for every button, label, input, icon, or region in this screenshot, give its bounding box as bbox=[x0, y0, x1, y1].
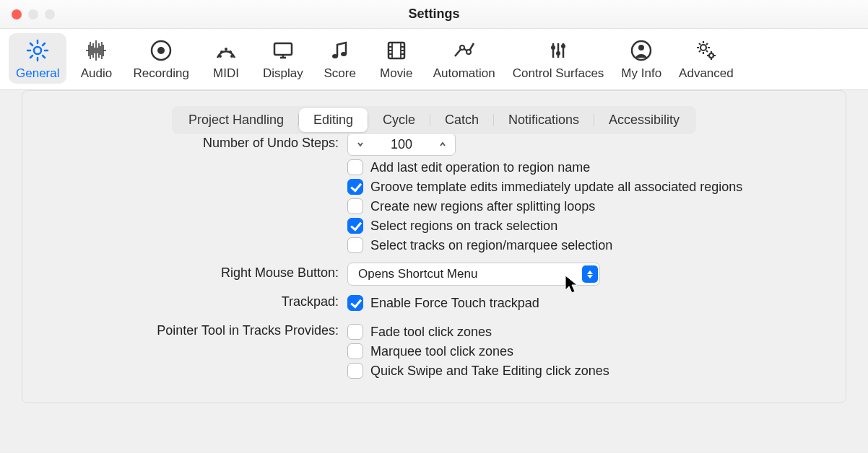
gears-icon bbox=[693, 36, 719, 65]
gear-icon bbox=[25, 36, 51, 65]
tab-label: MIDI bbox=[213, 66, 239, 81]
svg-point-6 bbox=[230, 55, 233, 58]
pointer-checkbox-0[interactable] bbox=[347, 324, 363, 340]
svg-point-5 bbox=[219, 55, 222, 58]
tab-label: General bbox=[16, 66, 59, 81]
tab-my-info[interactable]: My Info bbox=[614, 33, 669, 84]
svg-point-18 bbox=[638, 45, 644, 50]
undo-steps-label: Number of Undo Steps: bbox=[51, 133, 347, 151]
subtab-cycle[interactable]: Cycle bbox=[368, 108, 430, 132]
svg-point-3 bbox=[220, 50, 223, 53]
pointer-tool-label: Pointer Tool in Tracks Provides: bbox=[51, 320, 347, 338]
editing-checkbox-label-0: Add last edit operation to region name bbox=[370, 160, 590, 175]
subtab-catch[interactable]: Catch bbox=[430, 108, 493, 132]
tab-general[interactable]: General bbox=[9, 33, 66, 84]
svg-point-0 bbox=[34, 47, 41, 54]
svg-point-9 bbox=[332, 54, 338, 58]
tab-label: Automation bbox=[433, 66, 495, 81]
tab-automation[interactable]: Automation bbox=[426, 33, 503, 84]
svg-point-13 bbox=[466, 50, 471, 54]
wave-icon bbox=[83, 36, 109, 65]
tab-advanced[interactable]: Advanced bbox=[672, 33, 741, 84]
editing-checkbox-label-1: Groove template edits immediately update… bbox=[370, 180, 742, 195]
tab-label: Display bbox=[263, 66, 303, 81]
svg-point-20 bbox=[709, 53, 713, 58]
midi-face-icon bbox=[213, 36, 239, 65]
stepper-increment[interactable] bbox=[430, 133, 455, 155]
person-icon bbox=[628, 36, 654, 65]
notes-icon bbox=[327, 36, 353, 65]
trackpad-label: Trackpad: bbox=[51, 291, 347, 309]
svg-point-7 bbox=[225, 48, 227, 50]
pointer-checkbox-label-1: Marquee tool click zones bbox=[370, 344, 513, 359]
right-mouse-value: Opens Shortcut Menu bbox=[358, 267, 477, 281]
svg-point-15 bbox=[556, 51, 560, 56]
subtab-editing[interactable]: Editing bbox=[299, 108, 368, 132]
subtab-accessibility[interactable]: Accessibility bbox=[594, 108, 694, 132]
tab-control-surfaces[interactable]: Control Surfaces bbox=[505, 33, 612, 84]
monitor-icon bbox=[270, 36, 296, 65]
record-icon bbox=[148, 36, 174, 65]
tab-label: Advanced bbox=[679, 66, 734, 81]
subtab-control: Project HandlingEditingCycleCatchNotific… bbox=[172, 106, 696, 134]
pointer-checkbox-2[interactable] bbox=[347, 363, 363, 379]
trackpad-force-touch-checkbox[interactable] bbox=[347, 295, 363, 311]
tab-score[interactable]: Score bbox=[313, 33, 367, 84]
subtab-project-handling[interactable]: Project Handling bbox=[174, 108, 298, 132]
tab-label: Score bbox=[324, 66, 356, 81]
pointer-checkbox-1[interactable] bbox=[347, 343, 363, 359]
stepper-decrement[interactable] bbox=[348, 133, 373, 155]
tab-label: Recording bbox=[133, 66, 189, 81]
titlebar: Settings bbox=[0, 0, 868, 29]
tab-label: Audio bbox=[81, 66, 112, 81]
pointer-checkbox-label-0: Fade tool click zones bbox=[370, 325, 492, 340]
editing-checkbox-1[interactable] bbox=[347, 179, 363, 195]
svg-point-19 bbox=[700, 45, 706, 50]
right-mouse-label: Right Mouse Button: bbox=[51, 263, 347, 281]
svg-point-10 bbox=[341, 52, 347, 56]
sliders-icon bbox=[545, 36, 571, 65]
window-title: Settings bbox=[0, 6, 868, 22]
svg-point-12 bbox=[460, 45, 464, 50]
tab-display[interactable]: Display bbox=[256, 33, 311, 84]
trackpad-force-touch-label: Enable Force Touch trackpad bbox=[370, 296, 539, 311]
filmstrip-icon bbox=[383, 36, 409, 65]
pointer-checkbox-label-2: Quick Swipe and Take Editing click zones bbox=[370, 364, 609, 379]
toolbar: GeneralAudioRecordingMIDIDisplayScoreMov… bbox=[0, 29, 868, 90]
tab-label: Movie bbox=[380, 66, 412, 81]
svg-point-14 bbox=[551, 45, 555, 50]
subtab-notifications[interactable]: Notifications bbox=[494, 108, 594, 132]
svg-rect-8 bbox=[274, 43, 292, 55]
tab-recording[interactable]: Recording bbox=[126, 33, 196, 84]
select-disclosure-icon bbox=[582, 265, 598, 283]
svg-point-16 bbox=[561, 44, 565, 48]
tab-midi[interactable]: MIDI bbox=[199, 33, 253, 84]
tab-audio[interactable]: Audio bbox=[69, 33, 123, 84]
undo-steps-stepper[interactable]: 100 bbox=[347, 133, 456, 156]
editing-checkbox-label-2: Create new regions after splitting loops bbox=[370, 199, 595, 214]
editing-checkbox-label-3: Select regions on track selection bbox=[370, 219, 557, 234]
undo-steps-value: 100 bbox=[373, 137, 430, 152]
tab-movie[interactable]: Movie bbox=[370, 33, 423, 84]
editing-checkbox-label-4: Select tracks on region/marquee selectio… bbox=[370, 238, 612, 253]
tab-label: Control Surfaces bbox=[513, 66, 604, 81]
editing-checkbox-4[interactable] bbox=[347, 237, 363, 253]
settings-panel: Number of Undo Steps: 100 Add last edit … bbox=[22, 90, 846, 403]
svg-point-2 bbox=[157, 47, 165, 54]
editing-checkbox-2[interactable] bbox=[347, 198, 363, 214]
svg-point-4 bbox=[229, 50, 232, 53]
right-mouse-select[interactable]: Opens Shortcut Menu bbox=[347, 263, 600, 286]
curve-icon bbox=[451, 36, 477, 65]
tab-label: My Info bbox=[621, 66, 661, 81]
editing-checkbox-3[interactable] bbox=[347, 218, 363, 234]
editing-checkbox-0[interactable] bbox=[347, 159, 363, 175]
